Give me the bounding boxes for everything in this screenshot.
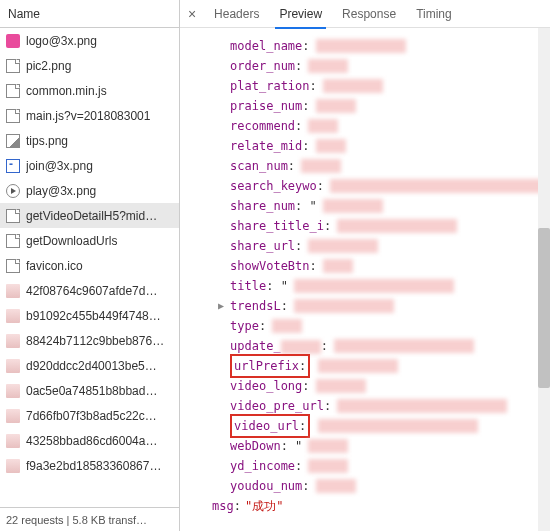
- json-property: update_:: [180, 336, 550, 356]
- tab-preview[interactable]: Preview: [269, 0, 332, 28]
- json-property: scan_num:: [180, 156, 550, 176]
- file-row[interactable]: getVideoDetailH5?mid…: [0, 203, 179, 228]
- file-row[interactable]: join@3x.png: [0, 153, 179, 178]
- json-property: plat_ration:: [180, 76, 550, 96]
- property-key: yd_income: [230, 459, 295, 473]
- pink-icon: [6, 34, 20, 48]
- redacted-value: [323, 199, 383, 213]
- redacted-value: [337, 399, 507, 413]
- json-property: youdou_num:: [180, 476, 550, 496]
- json-property: showVoteBtn:: [180, 256, 550, 276]
- redacted-value: [337, 219, 457, 233]
- file-name: 7d66fb07f3b8ad5c22c…: [26, 409, 157, 423]
- property-colon: :: [295, 459, 302, 473]
- json-property: search_keywo:: [180, 176, 550, 196]
- redacted-value: [308, 119, 338, 133]
- file-row[interactable]: common.min.js: [0, 78, 179, 103]
- property-key: search_keywo: [230, 179, 317, 193]
- tab-timing[interactable]: Timing: [406, 0, 462, 28]
- json-property: ▶trendsL:: [180, 296, 550, 316]
- file-row[interactable]: tips.png: [0, 128, 179, 153]
- file-name: f9a3e2bd18583360867…: [26, 459, 161, 473]
- property-key: order_num: [230, 59, 295, 73]
- thumb-icon: [6, 409, 20, 423]
- property-key: showVoteBtn: [230, 259, 309, 273]
- redacted-value: [316, 379, 366, 393]
- file-name: favicon.ico: [26, 259, 83, 273]
- property-key: recommend: [230, 119, 295, 133]
- right-scroll-thumb[interactable]: [538, 228, 550, 388]
- json-property: relate_mid:: [180, 136, 550, 156]
- property-colon: :: [302, 39, 309, 53]
- tab-response[interactable]: Response: [332, 0, 406, 28]
- play-icon: [6, 184, 20, 198]
- redacted-value: [323, 79, 383, 93]
- property-colon: : ": [281, 439, 303, 453]
- redacted-value: [316, 139, 346, 153]
- file-name: join@3x.png: [26, 159, 93, 173]
- property-colon: :: [288, 159, 295, 173]
- redacted-value: [308, 239, 378, 253]
- network-file-panel: Name logo@3x.pngpic2.pngcommon.min.jsmai…: [0, 0, 180, 531]
- property-colon: :: [324, 219, 331, 233]
- redacted-value: [308, 459, 348, 473]
- property-key: type: [230, 319, 259, 333]
- file-row[interactable]: logo@3x.png: [0, 28, 179, 53]
- redacted-value: [334, 339, 474, 353]
- property-key: youdou_num: [230, 479, 302, 493]
- thumb-icon: [6, 434, 20, 448]
- property-colon: :: [302, 139, 309, 153]
- join-icon: [6, 159, 20, 173]
- property-colon: :: [302, 479, 309, 493]
- file-row[interactable]: favicon.ico: [0, 253, 179, 278]
- file-row[interactable]: play@3x.png: [0, 178, 179, 203]
- file-row[interactable]: 0ac5e0a74851b8bbad…: [0, 378, 179, 403]
- json-property: video_pre_url:: [180, 396, 550, 416]
- property-colon: :: [310, 79, 317, 93]
- property-key: title: [230, 279, 266, 293]
- file-name: common.min.js: [26, 84, 107, 98]
- property-colon: :: [281, 299, 288, 313]
- file-row[interactable]: d920ddcc2d40013be5…: [0, 353, 179, 378]
- property-colon: :: [299, 419, 306, 433]
- details-tabs: × HeadersPreviewResponseTiming: [180, 0, 550, 28]
- file-row[interactable]: pic2.png: [0, 53, 179, 78]
- file-row[interactable]: 7d66fb07f3b8ad5c22c…: [0, 403, 179, 428]
- file-name: getVideoDetailH5?mid…: [26, 209, 157, 223]
- column-header-name[interactable]: Name: [0, 0, 179, 28]
- img-icon: [6, 134, 20, 148]
- json-property: type:: [180, 316, 550, 336]
- property-colon: :: [321, 339, 328, 353]
- property-key: model_name: [230, 39, 302, 53]
- property-colon: :: [310, 259, 317, 273]
- expand-icon[interactable]: ▶: [218, 296, 224, 316]
- doc-icon: [6, 259, 20, 273]
- property-key: scan_num: [230, 159, 288, 173]
- json-property: order_num:: [180, 56, 550, 76]
- property-colon: :: [317, 179, 324, 193]
- redacted-value: [272, 319, 302, 333]
- doc-icon: [6, 109, 20, 123]
- preview-body: model_name:order_num:plat_ration:praise_…: [180, 28, 550, 531]
- file-row[interactable]: 42f08764c9607afde7d…: [0, 278, 179, 303]
- file-row[interactable]: b91092c455b449f4748…: [0, 303, 179, 328]
- json-property-msg: msg: "成功": [180, 496, 550, 516]
- file-row[interactable]: getDownloadUrls: [0, 228, 179, 253]
- right-scrollbar[interactable]: [538, 28, 550, 531]
- file-row[interactable]: 88424b7112c9bbeb876…: [0, 328, 179, 353]
- file-name: 88424b7112c9bbeb876…: [26, 334, 164, 348]
- close-icon[interactable]: ×: [180, 6, 204, 22]
- property-key: share_url: [230, 239, 295, 253]
- property-colon: :: [324, 399, 331, 413]
- file-name: getDownloadUrls: [26, 234, 117, 248]
- file-row[interactable]: 43258bbad86cd6004a…: [0, 428, 179, 453]
- json-property: share_url:: [180, 236, 550, 256]
- property-key: plat_ration: [230, 79, 309, 93]
- file-row[interactable]: main.js?v=2018083001: [0, 103, 179, 128]
- property-colon: : ": [295, 199, 317, 213]
- tab-headers[interactable]: Headers: [204, 0, 269, 28]
- thumb-icon: [6, 284, 20, 298]
- file-row[interactable]: f9a3e2bd18583360867…: [0, 453, 179, 478]
- file-name: 43258bbad86cd6004a…: [26, 434, 157, 448]
- redacted-value: [330, 179, 550, 193]
